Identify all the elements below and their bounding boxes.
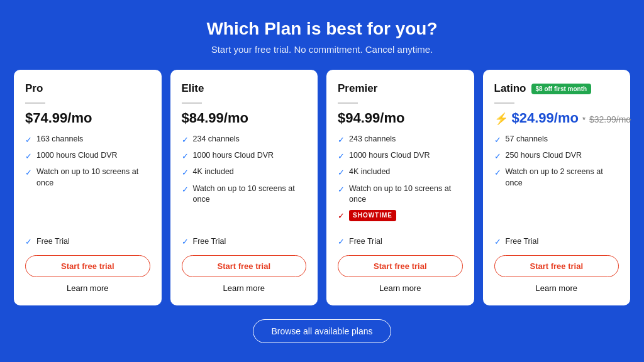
plan-card-elite: Elite $84.99/mo ✓ 234 channels ✓ 1000 ho… [170,70,318,305]
check-icon: ✓ [338,237,345,246]
free-trial-elite: ✓ Free Trial [182,236,307,246]
feature-text: Watch on up to 2 screens at once [506,167,619,189]
learn-more-link-pro[interactable]: Learn more [25,283,150,293]
plan-features-elite: ✓ 234 channels ✓ 1000 hours Cloud DVR ✓ … [182,134,307,226]
showtime-badge: SHOWTIME [349,210,396,221]
plan-divider-pro [25,102,45,104]
free-trial-pro: ✓ Free Trial [25,236,150,246]
check-icon: ✓ [338,184,345,195]
check-icon: ✓ [182,237,189,246]
check-icon: ✓ [182,167,189,178]
feature-text: 4K included [349,167,390,178]
free-trial-text: Free Trial [349,237,382,246]
plan-price-row-elite: $84.99/mo [182,110,307,126]
plan-card-latino: Latino $8 off first month ⚡ $24.99/mo * … [483,70,631,305]
plan-features-pro: ✓ 163 channels ✓ 1000 hours Cloud DVR ✓ … [25,134,150,226]
plan-price-asterisk-latino: * [582,115,586,124]
feature-text: Watch on up to 10 screens at once [193,184,307,206]
feature-item: ✓ 4K included [182,167,307,178]
start-trial-button-premier[interactable]: Start free trial [338,255,463,277]
plan-name-elite: Elite [182,82,204,95]
start-trial-button-latino[interactable]: Start free trial [494,255,619,277]
check-icon: ✓ [338,167,345,178]
feature-item: ✓ 1000 hours Cloud DVR [25,150,150,162]
plan-price-premier: $94.99/mo [338,110,404,126]
lightning-icon: ⚡ [494,112,508,126]
plan-name-premier: Premier [338,82,377,95]
check-icon: ✓ [182,151,189,162]
feature-text: 163 channels [36,134,83,145]
plan-features-latino: ✓ 57 channels ✓ 250 hours Cloud DVR ✓ Wa… [494,134,619,226]
plan-price-row-latino: ⚡ $24.99/mo * $32.99/mo [494,110,619,126]
feature-item: ✓ 163 channels [25,134,150,146]
plans-container: Pro $74.99/mo ✓ 163 channels ✓ 1000 hour… [14,70,630,305]
check-icon: ✓ [494,237,501,246]
page-header: Which Plan is best for you? Start your f… [206,19,437,55]
feature-item: ✓ Watch on up to 10 screens at once [25,167,150,189]
plan-name-row-latino: Latino $8 off first month [494,82,619,95]
plan-divider-elite [182,102,202,104]
feature-text: 1000 hours Cloud DVR [349,150,430,162]
check-icon: ✓ [182,184,189,195]
feature-item: ✓ 1000 hours Cloud DVR [338,150,463,162]
plan-badge-latino: $8 off first month [531,84,592,94]
start-trial-button-elite[interactable]: Start free trial [182,255,307,277]
learn-more-link-latino[interactable]: Learn more [494,283,619,293]
check-icon: ✓ [338,211,345,222]
feature-item: ✓ 4K included [338,167,463,178]
check-icon: ✓ [25,237,32,246]
free-trial-premier: ✓ Free Trial [338,236,463,246]
check-icon: ✓ [182,134,189,146]
plan-features-premier: ✓ 243 channels ✓ 1000 hours Cloud DVR ✓ … [338,134,463,226]
free-trial-text: Free Trial [193,237,226,246]
feature-item: ✓ 57 channels [494,134,619,146]
free-trial-text: Free Trial [36,237,70,246]
free-trial-text: Free Trial [506,237,539,246]
learn-more-link-premier[interactable]: Learn more [338,283,463,293]
feature-text: 4K included [193,167,234,178]
feature-text: 1000 hours Cloud DVR [36,150,118,162]
feature-item: ✓ Watch on up to 2 screens at once [494,167,619,189]
plan-card-pro: Pro $74.99/mo ✓ 163 channels ✓ 1000 hour… [14,70,162,305]
plan-price-row-pro: $74.99/mo [25,110,150,126]
plan-card-premier: Premier $94.99/mo ✓ 243 channels ✓ 1000 … [326,70,474,305]
browse-btn-container: Browse all available plans [253,319,391,343]
feature-text: 250 hours Cloud DVR [506,150,582,162]
page-title: Which Plan is best for you? [206,19,437,39]
feature-item: ✓ Watch on up to 10 screens at once [182,184,307,206]
plan-divider-premier [338,102,358,104]
free-trial-latino: ✓ Free Trial [494,236,619,246]
learn-more-link-elite[interactable]: Learn more [182,283,307,293]
plan-name-row-premier: Premier [338,82,463,95]
feature-item: ✓ Watch on up to 10 screens at once [338,184,463,206]
check-icon: ✓ [338,151,345,162]
check-icon: ✓ [25,134,32,146]
feature-text: Watch on up to 10 screens at once [36,167,150,189]
check-icon: ✓ [25,167,32,178]
check-icon: ✓ [494,151,501,162]
feature-text: 243 channels [349,134,396,145]
check-icon: ✓ [494,167,501,178]
plan-name-pro: Pro [25,82,43,95]
plan-price-original-latino: $32.99/mo [589,114,631,124]
browse-all-plans-button[interactable]: Browse all available plans [253,319,391,343]
plan-price-elite: $84.99/mo [182,110,248,126]
check-icon: ✓ [25,151,32,162]
check-icon: ✓ [338,134,345,146]
feature-item-showtime: ✓ SHOWTIME [338,210,463,222]
plan-name-row-elite: Elite [182,82,307,95]
feature-text: 1000 hours Cloud DVR [193,150,274,162]
start-trial-button-pro[interactable]: Start free trial [25,255,150,277]
feature-text: 57 channels [506,134,548,145]
feature-item: ✓ 250 hours Cloud DVR [494,150,619,162]
plan-price-sale-latino: $24.99/mo [512,110,579,126]
plan-price-row-premier: $94.99/mo [338,110,463,126]
plan-name-latino: Latino [494,82,526,95]
feature-item: ✓ 234 channels [182,134,307,146]
plan-name-row-pro: Pro [25,82,150,95]
feature-item: ✓ 1000 hours Cloud DVR [182,150,307,162]
plan-divider-latino [494,102,514,104]
feature-text: 234 channels [193,134,240,145]
feature-item: ✓ 243 channels [338,134,463,146]
plan-price-pro: $74.99/mo [25,110,92,126]
